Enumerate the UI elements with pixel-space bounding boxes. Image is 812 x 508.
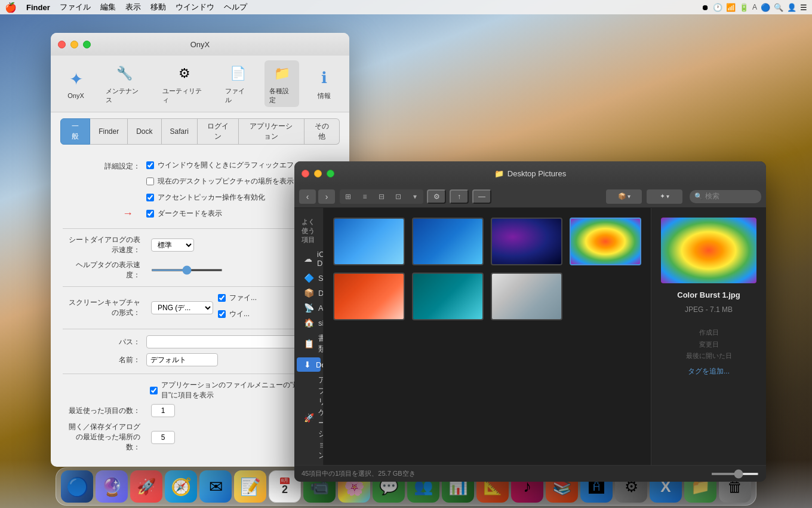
- action-button[interactable]: ⚙: [427, 189, 446, 204]
- sidebar-item-icloud[interactable]: ☁ iCloud Drive: [297, 247, 321, 270]
- sidebar-item-sie[interactable]: 🏠 sie: [297, 316, 321, 330]
- sidebar-item-desktop[interactable]: 🖥 デスクトップ: [297, 464, 321, 465]
- name-input[interactable]: [146, 353, 218, 366]
- more-share[interactable]: ✦▾: [647, 189, 682, 204]
- apple-menu[interactable]: 🍎: [5, 2, 17, 13]
- toolbar-files[interactable]: 📄 ファイル: [220, 60, 255, 107]
- sidebar-applications-label: アプリケーション: [318, 375, 324, 461]
- tab-general[interactable]: 一般: [60, 118, 90, 145]
- recent-items-label: 最近使った項目の数：: [69, 406, 140, 415]
- sidebar-item-dropbox[interactable]: 📦 Dropbox: [297, 286, 321, 300]
- menubar-go[interactable]: 移動: [146, 2, 171, 13]
- dropbox-share[interactable]: 📦▾: [606, 189, 642, 204]
- sidebar-item-setapp[interactable]: 🔷 Setapp: [297, 271, 321, 285]
- finder-main: [324, 208, 651, 465]
- tab-dock[interactable]: Dock: [128, 118, 161, 145]
- gallery-view-button[interactable]: ⊡: [390, 189, 407, 204]
- toolbar-onyx-label: OnyX: [67, 92, 84, 99]
- sheet-dialog-label: シートダイアログの表示速度：: [69, 235, 140, 254]
- favorites-label: よく使う項目: [294, 213, 323, 247]
- preview-created-label: 作成日: [699, 329, 719, 336]
- menubar-search-icon[interactable]: 🔍: [774, 3, 783, 12]
- menubar-edit[interactable]: 編集: [96, 2, 121, 13]
- thumb-7[interactable]: [491, 273, 562, 320]
- menubar-view[interactable]: 表示: [121, 2, 146, 13]
- dock-launchpad[interactable]: 🚀: [130, 470, 162, 503]
- sidebar-item-applications[interactable]: 🚀 アプリケーション: [297, 372, 321, 463]
- preview-modified-label: 変更日: [699, 341, 719, 348]
- dock-finder[interactable]: 🔵: [61, 470, 93, 503]
- finder-search[interactable]: 🔍 検索: [690, 190, 761, 203]
- sidebar-item-airdrop[interactable]: 📡 AirDrop: [297, 301, 321, 315]
- finder-grid: [324, 208, 651, 465]
- info-icon: ℹ: [313, 68, 335, 89]
- menubar-icon-wifi[interactable]: 📶: [726, 3, 736, 12]
- finder-close-button[interactable]: [302, 170, 309, 178]
- open-save-input[interactable]: [151, 431, 175, 444]
- tab-other[interactable]: その他: [304, 118, 340, 145]
- menubar-icon-2[interactable]: 🕐: [713, 3, 722, 12]
- finder-toolbar: ‹ › ⊞ ≡ ⊟ ⊡ ▾ ⚙ ↑ — 📦▾ ✦▾ 🔍 検索: [294, 185, 766, 208]
- icon-view-button[interactable]: ⊞: [340, 189, 356, 204]
- dock-siri[interactable]: 🔮: [96, 470, 128, 503]
- help-tag-slider[interactable]: [151, 269, 223, 271]
- column-view-button[interactable]: ⊟: [373, 189, 390, 204]
- thumb-5[interactable]: [333, 273, 405, 320]
- checkbox-accent[interactable]: [146, 194, 154, 201]
- toolbar-info[interactable]: ℹ 情報: [309, 65, 340, 103]
- airdrop-icon: 📡: [304, 303, 313, 313]
- sidebar-item-documents[interactable]: 📋 書類: [297, 330, 321, 357]
- minimize-button[interactable]: [70, 41, 78, 48]
- back-button[interactable]: ‹: [299, 189, 316, 204]
- share-button[interactable]: ↑: [450, 189, 469, 204]
- toolbar-maintenance[interactable]: 🔧 メンテナンス: [101, 60, 148, 107]
- list-view-button[interactable]: ≡: [356, 189, 373, 204]
- screenshot-select[interactable]: PNG (デ...: [151, 301, 213, 314]
- thumb-6[interactable]: [412, 273, 484, 320]
- finder-minimize-button[interactable]: [314, 170, 322, 178]
- close-button[interactable]: [58, 41, 66, 48]
- menubar-finder[interactable]: Finder: [21, 3, 55, 12]
- checkbox-darkmode[interactable]: [146, 210, 154, 218]
- add-tags-link[interactable]: タグを追加...: [688, 366, 730, 377]
- tab-applications[interactable]: アプリケーション: [239, 118, 304, 145]
- file-checkbox1[interactable]: [218, 294, 226, 302]
- view-options-button[interactable]: ▾: [407, 189, 423, 204]
- finder-maximize-button[interactable]: [327, 170, 334, 178]
- toolbar-utilities[interactable]: ⚙ ユーティリティ: [158, 60, 211, 107]
- thumb-2[interactable]: [412, 218, 484, 265]
- menubar-icon-kb[interactable]: A: [752, 3, 757, 11]
- menubar-icon-3[interactable]: 🔵: [761, 3, 770, 12]
- dock-notes[interactable]: 📝: [234, 470, 266, 503]
- toolbar-onyx[interactable]: ✦ OnyX: [60, 66, 91, 102]
- menubar-icon-battery[interactable]: 🔋: [739, 3, 749, 12]
- file-checkbox2[interactable]: [218, 310, 226, 318]
- maximize-button[interactable]: [83, 41, 91, 48]
- menubar-file[interactable]: ファイル: [55, 2, 96, 13]
- thumb-3[interactable]: [491, 218, 562, 265]
- toolbar-settings[interactable]: 📁 各種設定: [264, 60, 299, 107]
- menubar-user-icon[interactable]: 👤: [787, 3, 796, 12]
- recent-items-input[interactable]: [151, 404, 175, 417]
- checkbox-graphics[interactable]: [146, 161, 154, 169]
- forward-button[interactable]: ›: [318, 189, 335, 204]
- tab-login[interactable]: ログイン: [198, 118, 239, 145]
- checkbox-desktop-label: 現在のデスクトップピクチャの場所を表示: [158, 176, 294, 186]
- sheet-dialog-select[interactable]: 標準: [151, 238, 194, 252]
- thumb-4-selected[interactable]: [570, 218, 641, 265]
- zoom-slider[interactable]: [711, 473, 759, 475]
- app-checkbox[interactable]: [150, 387, 158, 394]
- menubar-menu-icon[interactable]: ☰: [800, 3, 807, 12]
- menubar-help[interactable]: ヘルプ: [219, 2, 252, 13]
- tags-button[interactable]: —: [472, 189, 491, 204]
- menubar-window[interactable]: ウインドウ: [171, 2, 219, 13]
- checkbox-desktop[interactable]: [146, 178, 154, 185]
- dock-safari[interactable]: 🧭: [165, 470, 197, 503]
- dock-mail[interactable]: ✉: [199, 470, 232, 503]
- sidebar-item-downloads[interactable]: ⬇ Downloads: [297, 357, 321, 372]
- name-label: 名前：: [119, 356, 140, 364]
- thumb-1[interactable]: [333, 218, 405, 265]
- menubar-icon-1[interactable]: ⏺: [702, 3, 709, 12]
- tab-finder[interactable]: Finder: [90, 118, 128, 145]
- tab-safari[interactable]: Safari: [162, 118, 198, 145]
